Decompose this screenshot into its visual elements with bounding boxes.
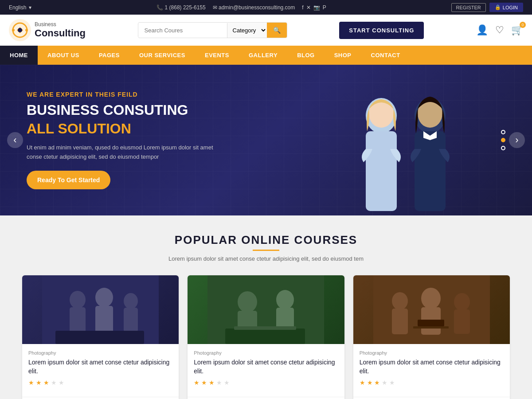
star-5: ★	[389, 379, 395, 386]
start-consulting-button[interactable]: START CONSULTING	[339, 22, 424, 39]
facebook-icon[interactable]: f	[302, 4, 303, 11]
nav-item-events[interactable]: EVENTS	[195, 46, 239, 65]
cart-icon[interactable]: 🛒 0	[511, 24, 523, 36]
course-card-3: Photography Lorem ipsum dolor sit amet c…	[353, 275, 510, 399]
svg-point-4	[25, 29, 28, 31]
course-category-2: Photography	[194, 350, 338, 356]
svg-point-23	[276, 290, 294, 309]
svg-point-32	[454, 293, 470, 311]
auth-buttons: REGISTER 🔒 LOGIN	[451, 3, 523, 12]
login-button[interactable]: 🔒 LOGIN	[489, 3, 523, 12]
course-stars-2: ★ ★ ★ ★ ★	[194, 379, 338, 386]
svg-rect-19	[55, 331, 144, 344]
hero-dot-1[interactable]	[501, 130, 505, 134]
star-4: ★	[382, 379, 387, 386]
search-input[interactable]	[138, 23, 227, 37]
hero-content: WE ARE EXPERT IN THEIS FEILD BUSINESS CO…	[0, 73, 244, 207]
course-thumbnail-2	[207, 275, 324, 344]
hero-dot-2[interactable]	[501, 138, 505, 142]
logo-text: Business Consulting	[35, 22, 86, 38]
course-image-1	[22, 275, 179, 344]
star-1: ★	[194, 379, 200, 386]
header-icons: 👤 ♡ 🛒 0	[476, 24, 523, 36]
svg-rect-26	[234, 326, 296, 330]
course-body-1: Photography Lorem ipsum dolor sit amet c…	[22, 344, 179, 397]
star-3: ★	[209, 379, 215, 386]
language-selector[interactable]: English ▾	[9, 4, 31, 11]
hero-title-line1: BUSINESS CONSUTING	[27, 102, 217, 118]
course-thumbnail-1	[42, 275, 159, 344]
section-underline	[253, 250, 279, 251]
svg-rect-34	[413, 326, 449, 329]
star-3: ★	[43, 379, 49, 386]
search-area: Category 🔍	[138, 22, 287, 38]
hero-next-button[interactable]: ›	[509, 132, 525, 148]
social-icons: f ✕ 📷 P	[302, 4, 326, 11]
course-category-3: Photography	[360, 350, 504, 356]
user-icon[interactable]: 👤	[476, 24, 488, 36]
svg-point-30	[421, 288, 441, 309]
phone-info: 📞 1 (868) 225-6155	[156, 4, 205, 11]
course-footer-1: $60 👤 103 💬 6 ⏱ 10 HOURS	[22, 397, 179, 399]
search-button[interactable]: 🔍	[267, 23, 287, 38]
hero-description: Ut enim ad minim veniam, qused do eiusmo…	[27, 143, 217, 162]
star-2: ★	[36, 379, 42, 386]
svg-rect-14	[70, 307, 86, 334]
pinterest-icon[interactable]: P	[323, 4, 326, 11]
register-button[interactable]: REGISTER	[451, 3, 486, 12]
hero-cta-button[interactable]: Ready To Get Started	[27, 171, 110, 189]
navigation: HOME ABOUT US PAGES OUR SERVICES EVENTS …	[0, 46, 532, 65]
star-3: ★	[374, 379, 380, 386]
svg-point-3	[12, 29, 15, 31]
hero-dot-3[interactable]	[501, 146, 505, 150]
nav-item-pages[interactable]: PAGES	[89, 46, 129, 65]
nav-item-contact[interactable]: CONTACT	[361, 46, 410, 65]
language-label: English	[9, 4, 26, 11]
nav-item-home[interactable]: HOME	[0, 46, 38, 65]
course-image-2	[188, 275, 344, 344]
twitter-icon[interactable]: ✕	[306, 4, 311, 11]
course-card-2: Photography Lorem ipsum dolor sit amet c…	[188, 275, 344, 399]
svg-rect-18	[124, 308, 138, 332]
category-select[interactable]: Category	[227, 23, 267, 38]
hero-prev-button[interactable]: ‹	[7, 132, 23, 148]
star-5: ★	[59, 379, 64, 386]
lock-icon: 🔒	[495, 4, 501, 10]
hero-title-line2: ALL SOLUTION	[27, 121, 217, 137]
svg-point-28	[392, 292, 408, 310]
course-title-2: Lorem ipsum dolor sit amet conse ctetur …	[194, 358, 338, 376]
logo-business: Business	[35, 22, 86, 27]
email-icon: ✉	[213, 4, 217, 11]
nav-item-blog[interactable]: BLOG	[287, 46, 325, 65]
star-4: ★	[216, 379, 222, 386]
course-image-3	[353, 275, 510, 344]
svg-point-13	[70, 291, 86, 309]
nav-item-services[interactable]: OUR SERVICES	[129, 46, 195, 65]
nav-item-about[interactable]: ABOUT US	[38, 46, 89, 65]
course-body-3: Photography Lorem ipsum dolor sit amet c…	[353, 344, 510, 397]
hero-section: WE ARE EXPERT IN THEIS FEILD BUSINESS CO…	[0, 65, 532, 215]
logo[interactable]: Business Consulting	[9, 19, 86, 41]
cart-badge: 0	[520, 22, 526, 28]
svg-point-2	[18, 28, 22, 32]
top-bar: English ▾ 📞 1 (868) 225-6155 ✉ admin@bus…	[0, 0, 532, 15]
language-chevron: ▾	[29, 4, 31, 11]
instagram-icon[interactable]: 📷	[313, 4, 320, 11]
header: Business Consulting Category 🔍 START CON…	[0, 15, 532, 46]
login-label: LOGIN	[503, 5, 518, 10]
svg-rect-16	[95, 306, 113, 335]
star-4: ★	[51, 379, 57, 386]
hero-subtitle: WE ARE EXPERT IN THEIS FEILD	[27, 91, 217, 98]
nav-item-gallery[interactable]: GALLERY	[239, 46, 287, 65]
courses-description: Lorem ipsum dolor sit amet conse ctetur …	[9, 255, 523, 262]
nav-item-shop[interactable]: SHOP	[325, 46, 361, 65]
course-title-3: Lorem ipsum dolor sit amet conse ctetur …	[360, 358, 504, 376]
svg-point-15	[95, 288, 113, 307]
wishlist-icon[interactable]: ♡	[495, 24, 504, 36]
svg-rect-29	[392, 309, 408, 334]
courses-section: POPULAR ONLINE COURSES Lorem ipsum dolor…	[0, 215, 532, 399]
course-stars-3: ★ ★ ★ ★ ★	[360, 379, 504, 386]
course-card-1: Photography Lorem ipsum dolor sit amet c…	[22, 275, 179, 399]
svg-rect-7	[366, 131, 397, 211]
email-info: ✉ admin@businessconsulting.com	[213, 4, 295, 11]
